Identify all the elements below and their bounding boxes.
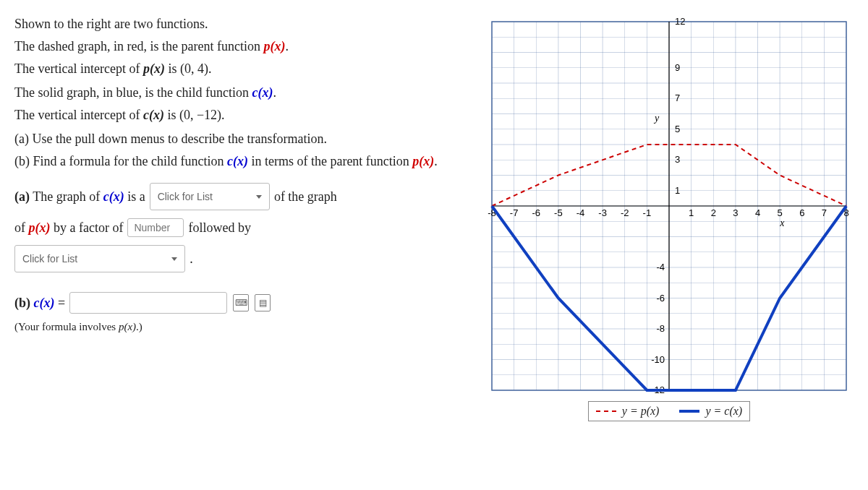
formula-input[interactable] bbox=[69, 292, 227, 314]
svg-text:6: 6 bbox=[799, 207, 804, 218]
svg-text:3: 3 bbox=[675, 154, 680, 165]
task-a: (a) Use the pull down menus to describe … bbox=[14, 129, 470, 149]
text: = bbox=[54, 296, 65, 310]
svg-text:-7: -7 bbox=[510, 207, 519, 218]
equation-editor-icon[interactable]: ⌨ bbox=[233, 294, 249, 311]
text: The dashed graph, in red, is the parent … bbox=[14, 39, 263, 53]
legend-swatch-px bbox=[596, 411, 616, 412]
text: of the graph bbox=[274, 184, 337, 210]
text: . bbox=[190, 246, 193, 272]
svg-text:12: 12 bbox=[675, 16, 685, 27]
text: is a bbox=[124, 189, 145, 204]
part-a-label: (a) bbox=[14, 189, 30, 204]
svg-text:3: 3 bbox=[733, 207, 738, 218]
followed-by-dropdown[interactable]: Click for List bbox=[14, 245, 185, 272]
text: is (0, 4). bbox=[165, 61, 212, 76]
chevron-down-icon bbox=[256, 195, 262, 199]
svg-text:-1: -1 bbox=[643, 207, 652, 218]
svg-text:-8: -8 bbox=[656, 323, 665, 334]
text: .) bbox=[136, 321, 142, 332]
text: is (0, −12). bbox=[164, 108, 225, 122]
svg-text:-5: -5 bbox=[554, 207, 563, 218]
legend-label-px: y = p(x) bbox=[622, 405, 660, 418]
transformation-type-dropdown[interactable]: Click for List bbox=[150, 183, 270, 210]
intro-line-2: The dashed graph, in red, is the parent … bbox=[14, 37, 470, 56]
cx-ref: c(x) bbox=[103, 189, 124, 204]
part-b-label: (b) bbox=[14, 296, 30, 310]
svg-text:-4: -4 bbox=[656, 262, 665, 272]
intro-line-1: Shown to the right are two functions. bbox=[14, 14, 470, 34]
svg-text:5: 5 bbox=[778, 207, 783, 218]
svg-text:-6: -6 bbox=[656, 293, 665, 304]
text: of bbox=[14, 220, 29, 235]
px-ref: p(x) bbox=[29, 220, 51, 235]
formula-hint: (Your formula involves p(x).) bbox=[14, 319, 470, 335]
chevron-down-icon bbox=[171, 257, 177, 261]
function-chart: -8-7-6-5-4-3-2-112345678-12-10-8-6-41357… bbox=[485, 14, 854, 397]
svg-text:1: 1 bbox=[675, 185, 680, 196]
svg-text:-6: -6 bbox=[532, 207, 540, 218]
chart-legend: y = p(x) y = c(x) bbox=[588, 401, 750, 421]
preview-icon[interactable]: ▤ bbox=[255, 294, 271, 311]
text: . bbox=[273, 85, 276, 100]
text: The solid graph, in blue, is the child f… bbox=[14, 85, 252, 100]
text: (b) Find a formula for the child functio… bbox=[14, 154, 227, 168]
svg-text:7: 7 bbox=[675, 93, 680, 103]
svg-text:4: 4 bbox=[755, 207, 760, 218]
svg-text:2: 2 bbox=[711, 207, 716, 218]
part-b-row: (b) c(x) = ⌨ ▤ bbox=[14, 290, 470, 316]
cx-ref: c(x) bbox=[34, 296, 55, 310]
part-a-row-2: of p(x) by a factor of followed by bbox=[14, 215, 470, 241]
px-ref: p(x) bbox=[263, 39, 285, 53]
svg-text:9: 9 bbox=[675, 62, 680, 73]
px-ref: p(x) bbox=[143, 61, 165, 76]
px-ref: p(x) bbox=[119, 321, 136, 332]
text: . bbox=[285, 39, 289, 53]
svg-text:-4: -4 bbox=[576, 207, 585, 218]
dropdown-placeholder: Click for List bbox=[158, 186, 213, 207]
svg-text:y: y bbox=[653, 113, 660, 124]
legend-swatch-cx bbox=[679, 410, 699, 413]
cx-ref: c(x) bbox=[227, 154, 248, 168]
svg-text:-3: -3 bbox=[598, 207, 607, 218]
text: The graph of bbox=[33, 189, 103, 204]
text: . bbox=[434, 154, 438, 168]
cx-ref: c(x) bbox=[252, 85, 273, 100]
intro-line-5: The vertical intercept of c(x) is (0, −1… bbox=[14, 106, 470, 125]
svg-text:1: 1 bbox=[689, 207, 694, 218]
text: in terms of the parent function bbox=[248, 154, 412, 168]
task-b: (b) Find a formula for the child functio… bbox=[14, 152, 470, 171]
part-a-row-3: Click for List . bbox=[14, 245, 470, 272]
cx-ref: c(x) bbox=[143, 108, 164, 122]
svg-text:7: 7 bbox=[822, 207, 827, 218]
text: The vertical intercept of bbox=[14, 61, 143, 76]
text: by a factor of bbox=[51, 220, 124, 235]
svg-text:-10: -10 bbox=[651, 354, 665, 365]
px-ref: p(x) bbox=[412, 154, 434, 168]
dropdown-placeholder: Click for List bbox=[22, 249, 77, 269]
text: (Your formula involves bbox=[14, 321, 119, 332]
part-a-row-1: (a) The graph of c(x) is a Click for Lis… bbox=[14, 183, 470, 210]
svg-text:5: 5 bbox=[675, 124, 680, 134]
text: The vertical intercept of bbox=[14, 108, 143, 122]
legend-label-cx: y = c(x) bbox=[705, 405, 742, 418]
svg-text:-2: -2 bbox=[621, 207, 629, 218]
intro-line-4: The solid graph, in blue, is the child f… bbox=[14, 83, 470, 103]
text: followed by bbox=[188, 215, 250, 241]
intro-line-3: The vertical intercept of p(x) is (0, 4)… bbox=[14, 59, 470, 79]
factor-input[interactable] bbox=[127, 218, 184, 237]
svg-text:x: x bbox=[779, 218, 785, 228]
